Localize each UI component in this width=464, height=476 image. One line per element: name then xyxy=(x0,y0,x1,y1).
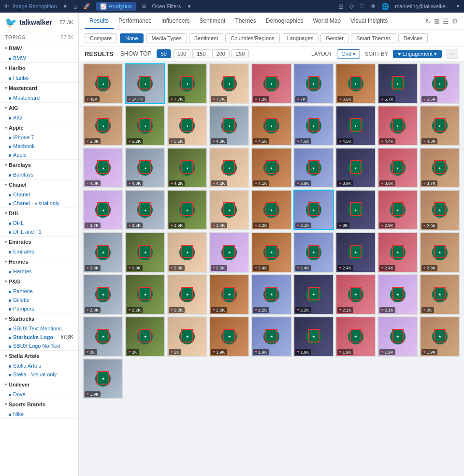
topic-item-stella---visual-only[interactable]: Stella - Visual only xyxy=(0,370,78,379)
image-cell-9[interactable]: ★ ♥ 5.3K xyxy=(83,105,123,146)
open-filters-dropdown[interactable]: ▼ xyxy=(187,4,192,9)
sort-engagement-button[interactable]: ♥ Engagement ▾ xyxy=(393,50,442,58)
topic-group-emirates[interactable]: ▾ Emirates xyxy=(0,237,78,247)
subnav-item-sentiment[interactable]: Sentiment xyxy=(194,14,230,29)
image-cell-47[interactable]: ★ ♥ 2.2K xyxy=(167,274,207,315)
diamond-icon[interactable]: ◇ xyxy=(349,3,354,10)
image-cell-37[interactable]: ★ ♥ 2.8K xyxy=(125,232,165,273)
grid-layout-button[interactable]: Grid ▾ xyxy=(337,49,360,59)
image-cell-8[interactable]: ★ ♥ 5.5K xyxy=(420,63,460,104)
image-cell-46[interactable]: ★ ♥ 2.2K xyxy=(125,274,165,315)
filter-smart-themes-button[interactable]: Smart Themes xyxy=(351,33,396,43)
filter-sentiment-button[interactable]: Sentiment xyxy=(189,33,224,43)
image-cell-39[interactable]: ★ ♥ 2.5K xyxy=(209,232,249,273)
image-cell-48[interactable]: ★ ♥ 2.2K xyxy=(209,274,249,315)
image-cell-21[interactable]: ★ ♥ 4.2K xyxy=(209,148,249,188)
image-cell-5[interactable]: ★ ♥ 7K xyxy=(293,63,334,104)
image-cell-3[interactable]: ★ ♥ 7.7K xyxy=(209,63,249,104)
count-50-button[interactable]: 50 xyxy=(157,49,171,58)
more-options-button[interactable]: ··· xyxy=(447,49,458,59)
topic-item-chanel[interactable]: Chanel xyxy=(0,190,78,199)
topic-item-emirates[interactable]: Emirates xyxy=(0,247,78,256)
topic-group-hermes[interactable]: ▾ Hermes xyxy=(0,256,78,267)
image-cell-6[interactable]: ★ ♥ 6.6K xyxy=(335,63,376,104)
topic-group-stella-artois[interactable]: ▾ Stella Artois xyxy=(0,351,78,361)
image-cell-63[interactable]: ★ ♥ 1.9K xyxy=(83,358,123,399)
image-cell-40[interactable]: ★ ♥ 2.4K xyxy=(251,232,291,273)
compare-button[interactable]: Compare xyxy=(85,33,117,43)
topic-item-chanel---visual-only[interactable]: Chanel - visual only xyxy=(0,199,78,208)
topic-item-macbook[interactable]: Macbook xyxy=(0,142,78,150)
topic-item-sbux-logo-no-text[interactable]: SBUX Logo No Text xyxy=(0,342,78,350)
image-cell-50[interactable]: ★ ♥ 2.2K xyxy=(293,274,334,315)
topic-item-sbux-text-mentions[interactable]: SBUX Text Mentions xyxy=(0,324,78,333)
subnav-item-influencers[interactable]: Influencers xyxy=(157,14,195,29)
analytics-tab[interactable]: 📈 Analytics xyxy=(96,2,136,11)
topic-group-p-g[interactable]: ▾ P&G xyxy=(0,276,78,287)
image-cell-10[interactable]: ★ ♥ 5.2K xyxy=(125,105,165,146)
topic-item-barclays[interactable]: Barclays xyxy=(0,170,78,179)
filter-devices-button[interactable]: Devices xyxy=(398,33,428,43)
image-cell-26[interactable]: ★ ♥ 3.7K xyxy=(420,148,460,188)
topic-item-gillette[interactable]: Gillette xyxy=(0,296,78,304)
image-cell-17[interactable]: ★ ♥ 4.3K xyxy=(420,105,460,146)
topic-item-aig[interactable]: AIG xyxy=(0,113,78,122)
topic-group-dhl[interactable]: ▾ DHL xyxy=(0,208,78,219)
image-cell-29[interactable]: ★ ♥ 3.5K xyxy=(167,190,207,230)
topic-item-iphone-7[interactable]: iPhone 7 xyxy=(0,133,78,142)
topic-item-starbucks-logo[interactable]: Starbucks Logo57.3K xyxy=(0,333,78,342)
topic-item-stella-artois[interactable]: Stella Artois xyxy=(0,361,78,370)
filter-languages-button[interactable]: Languages xyxy=(282,33,319,43)
topic-group-aig[interactable]: ▾ AIG xyxy=(0,103,78,113)
image-cell-31[interactable]: ★ ♥ 3.2K xyxy=(251,190,291,230)
image-cell-11[interactable]: ★ ♥ 5.1K xyxy=(167,105,207,146)
image-cell-34[interactable]: ★ ♥ 2.9K xyxy=(377,190,418,230)
open-filters-label[interactable]: Open Filters xyxy=(152,3,181,9)
image-cell-13[interactable]: ★ ♥ 4.5K xyxy=(251,105,291,146)
filter-gender-button[interactable]: Gender xyxy=(320,33,349,43)
none-filter-button[interactable]: None xyxy=(120,33,143,43)
topic-item-dove[interactable]: Dove xyxy=(0,390,78,399)
image-cell-38[interactable]: ★ ♥ 2.6K xyxy=(167,232,207,273)
image-cell-4[interactable]: ★ ♥ 7.3K xyxy=(251,63,291,104)
topic-item-bmw[interactable]: BMW xyxy=(0,54,78,62)
topic-item-dhl-and-f1[interactable]: DHL and F1 xyxy=(0,227,78,236)
subnav-item-themes[interactable]: Themes xyxy=(230,14,261,29)
image-cell-0[interactable]: ★ ♥ 42K xyxy=(83,63,123,104)
image-cell-61[interactable]: ★ ♥ 1.9K xyxy=(377,316,418,357)
image-cell-18[interactable]: ★ ♥ 4.3K xyxy=(83,148,123,188)
topic-group-apple[interactable]: ▾ Apple xyxy=(0,122,78,133)
image-cell-23[interactable]: ★ ♥ 3.9K xyxy=(293,148,334,188)
image-cell-44[interactable]: ★ ♥ 2.3K xyxy=(420,232,460,273)
image-cell-45[interactable]: ★ ♥ 2.3K xyxy=(83,274,123,315)
image-cell-1[interactable]: ★ ♥ 14.7K xyxy=(125,63,165,104)
image-cell-15[interactable]: ★ ♥ 4.5K xyxy=(335,105,376,146)
snowflake-icon[interactable]: ❄ xyxy=(371,3,376,10)
image-cell-57[interactable]: ★ ♥ 1.9K xyxy=(209,316,249,357)
image-cell-42[interactable]: ★ ♥ 2.4K xyxy=(335,232,376,273)
image-cell-62[interactable]: ★ ♥ 1.9K xyxy=(420,316,460,357)
count-250-button[interactable]: 250 xyxy=(232,49,249,58)
count-100-button[interactable]: 100 xyxy=(173,49,190,58)
image-cell-24[interactable]: ★ ♥ 3.9K xyxy=(335,148,376,188)
grid-icon[interactable]: ⊞ xyxy=(434,17,440,25)
image-cell-27[interactable]: ★ ♥ 3.7K xyxy=(83,190,123,230)
subnav-item-results[interactable]: Results xyxy=(85,14,114,29)
image-cell-52[interactable]: ★ ♥ 2.1K xyxy=(377,274,418,315)
image-cell-20[interactable]: ★ ♥ 4.2K xyxy=(167,148,207,188)
topic-item-pampers[interactable]: Pampers xyxy=(0,304,78,313)
image-cell-14[interactable]: ★ ♥ 4.5K xyxy=(293,105,334,146)
image-cell-7[interactable]: ★ ♥ 5.7K xyxy=(377,63,418,104)
image-cell-12[interactable]: ★ ♥ 4.8K xyxy=(209,105,249,146)
image-cell-43[interactable]: ★ ♥ 2.4K xyxy=(377,232,418,273)
topic-item-mastercard[interactable]: Mastercard xyxy=(0,93,78,102)
image-cell-53[interactable]: ★ ♥ 2K xyxy=(420,274,460,315)
subnav-item-world-map[interactable]: World Map xyxy=(308,14,346,29)
image-cell-59[interactable]: ★ ♥ 1.9K xyxy=(293,316,334,357)
subnav-item-demographics[interactable]: Demographics xyxy=(261,14,308,29)
subnav-item-performance[interactable]: Performance xyxy=(114,14,157,29)
count-200-button[interactable]: 200 xyxy=(212,49,230,58)
image-cell-51[interactable]: ★ ♥ 2.1K xyxy=(335,274,376,315)
image-cell-49[interactable]: ★ ♥ 2.2K xyxy=(251,274,291,315)
image-cell-28[interactable]: ★ ♥ 3.5K xyxy=(125,190,165,230)
